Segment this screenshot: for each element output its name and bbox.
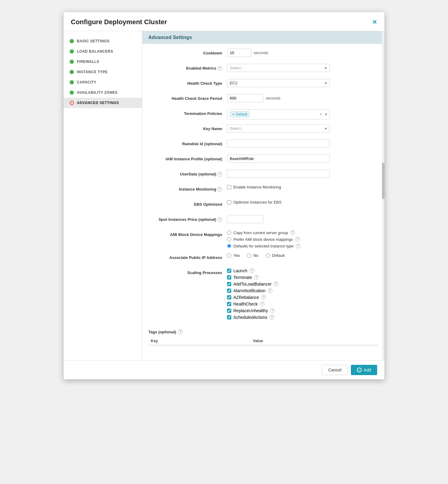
sidebar-item-availability-zones[interactable]: AVAILABILITY ZONES	[64, 87, 142, 98]
ami-block-defaults-text: Defaults for selected instance type	[233, 244, 294, 248]
scaling-launch-row: Launch ?	[227, 268, 278, 273]
health-check-type-label: Health Check Type	[148, 79, 227, 86]
termination-policies-label: Termination Policies	[148, 109, 227, 116]
ami-block-defaults-radio[interactable]	[227, 244, 231, 248]
tags-empty-row	[148, 345, 378, 354]
cancel-button[interactable]: Cancel	[322, 365, 348, 375]
scrollbar-thumb[interactable]	[382, 163, 384, 199]
tags-help-icon[interactable]: ?	[178, 329, 183, 334]
iam-profile-input[interactable]	[227, 155, 330, 163]
sidebar-item-instance-type[interactable]: INSTANCE TYPE	[64, 67, 142, 77]
associate-public-ip-default-radio[interactable]	[266, 253, 270, 258]
sidebar-item-firewalls[interactable]: FIREWALLS	[64, 57, 142, 67]
scaling-healthcheck-checkbox[interactable]	[227, 302, 231, 306]
modal-header: Configure Deployment Cluster ✕	[64, 12, 384, 31]
scaling-launch-help-icon[interactable]: ?	[249, 268, 254, 273]
ami-block-copy-label[interactable]: Copy from current server group ?	[227, 230, 301, 235]
scaling-azrebalance-label: AZRebalance	[233, 295, 259, 300]
health-check-type-row: Health Check Type EC2 ELB ▼	[148, 79, 378, 89]
associate-public-ip-row: Associate Public IP Address Yes No	[148, 253, 378, 263]
key-name-row: Key Name Select... ▼	[148, 124, 378, 135]
ami-block-prefer-radio[interactable]	[227, 237, 231, 241]
enabled-metrics-select[interactable]: Select...	[227, 64, 330, 72]
termination-tag-remove-icon[interactable]: ✕	[232, 113, 235, 116]
status-dot-az	[70, 90, 74, 95]
instance-monitoring-checkbox-text: Enable Instance Monitoring	[233, 185, 281, 189]
termination-arrow-icon: ▼	[324, 113, 328, 116]
scaling-scheduledactions-label: ScheduledActions	[233, 315, 267, 320]
termination-clear-icon[interactable]: ✕	[319, 112, 322, 116]
scaling-launch-checkbox[interactable]	[227, 269, 231, 273]
ebs-optimized-checkbox[interactable]	[227, 200, 231, 204]
ramdisk-id-input[interactable]	[227, 139, 330, 148]
ami-block-copy-text: Copy from current server group	[233, 231, 288, 235]
scaling-replaceunhealthy-checkbox[interactable]	[227, 309, 231, 313]
associate-public-ip-no-label[interactable]: No	[247, 253, 259, 258]
scaling-addtolb-checkbox[interactable]	[227, 282, 231, 286]
sidebar-item-capacity[interactable]: CAPACITY	[64, 77, 142, 87]
ami-block-prefer-text: Prefer AMI block device mappings	[233, 237, 293, 242]
cooldown-label: Cooldown	[148, 49, 227, 55]
add-button-label: Add	[364, 368, 371, 372]
spot-instances-price-input[interactable]	[227, 215, 263, 223]
ami-block-defaults-label[interactable]: Defaults for selected instance type ?	[227, 244, 301, 248]
termination-policies-wrapper[interactable]: ✕ Default ✕ ▼	[227, 109, 330, 119]
ami-block-prefer-label[interactable]: Prefer AMI block device mappings ?	[227, 237, 301, 242]
scaling-scheduledactions-checkbox[interactable]	[227, 315, 231, 319]
scaling-healthcheck-help-icon[interactable]: ?	[260, 302, 265, 306]
enabled-metrics-control: Select... ▼	[227, 64, 378, 72]
cooldown-input[interactable]	[227, 49, 251, 57]
key-name-select[interactable]: Select...	[227, 124, 330, 132]
ramdisk-id-label: Ramdisk Id (optional)	[148, 139, 227, 146]
close-button[interactable]: ✕	[372, 19, 377, 25]
ramdisk-id-row: Ramdisk Id (optional)	[148, 139, 378, 150]
spot-instances-price-control	[227, 215, 378, 223]
scaling-alarmnotification-checkbox[interactable]	[227, 289, 231, 293]
associate-public-ip-default-text: Default	[272, 253, 285, 258]
scaling-terminate-help-icon[interactable]: ?	[254, 275, 259, 280]
ami-block-copy-help-icon[interactable]: ?	[290, 230, 295, 235]
add-button[interactable]: ✓ Add	[351, 365, 377, 375]
sidebar-item-load-balancers[interactable]: LOAD BALANCERS	[64, 46, 142, 57]
tags-label: Tags (optional)	[148, 330, 176, 334]
scaling-azrebalance-checkbox[interactable]	[227, 295, 231, 299]
scaling-alarmnotification-help-icon[interactable]: ?	[268, 288, 272, 293]
scaling-azrebalance-help-icon[interactable]: ?	[261, 295, 266, 300]
scaling-replaceunhealthy-help-icon[interactable]: ?	[270, 308, 275, 313]
sidebar-label-capacity: CAPACITY	[77, 80, 96, 84]
modal-body: BASIC SETTINGS LOAD BALANCERS FIREWALLS …	[64, 31, 384, 360]
associate-public-ip-yes-label[interactable]: Yes	[227, 253, 240, 258]
ami-block-prefer-help-icon[interactable]: ?	[295, 237, 300, 242]
health-check-type-select[interactable]: EC2 ELB	[227, 79, 330, 87]
scaling-terminate-checkbox[interactable]	[227, 275, 231, 280]
scaling-scheduledactions-help-icon[interactable]: ?	[269, 315, 274, 320]
associate-public-ip-no-radio[interactable]	[247, 253, 251, 258]
ami-block-device-row: AMI Block Device Mappings Copy from curr…	[148, 230, 378, 248]
scaling-azrebalance-row: AZRebalance ?	[227, 295, 278, 300]
user-data-help-icon[interactable]: ?	[217, 172, 222, 177]
health-check-grace-period-input[interactable]	[227, 94, 263, 102]
user-data-input[interactable]	[227, 170, 330, 178]
enabled-metrics-help-icon[interactable]: ?	[217, 66, 222, 71]
scaling-alarmnotification-label: AlarmNotification	[233, 288, 265, 293]
ami-block-defaults-help-icon[interactable]: ?	[296, 244, 301, 248]
associate-public-ip-default-label[interactable]: Default	[266, 253, 285, 258]
spot-instances-help-icon[interactable]: ?	[217, 217, 222, 222]
key-name-label: Key Name	[148, 124, 227, 131]
instance-monitoring-checkbox-label[interactable]: Enable Instance Monitoring	[227, 185, 281, 189]
ami-block-copy-radio[interactable]	[227, 231, 231, 235]
scrollbar-track	[382, 31, 384, 360]
enabled-metrics-label: Enabled Metrics ?	[148, 64, 227, 71]
termination-tag-default: ✕ Default	[230, 111, 249, 117]
sidebar-item-basic-settings[interactable]: BASIC SETTINGS	[64, 36, 142, 46]
sidebar-item-advanced-settings[interactable]: ADVANCED SETTINGS	[64, 98, 142, 108]
ebs-optimized-checkbox-label[interactable]: Optimize Instances for EBS	[227, 200, 282, 204]
ami-block-device-radio-group: Copy from current server group ? Prefer …	[227, 230, 301, 248]
instance-monitoring-help-icon[interactable]: ?	[217, 187, 222, 192]
scaling-healthcheck-label: HealthCheck	[233, 302, 258, 306]
ebs-optimized-checkbox-text: Optimize Instances for EBS	[233, 200, 282, 204]
associate-public-ip-yes-radio[interactable]	[227, 253, 231, 258]
health-check-grace-period-row: Health Check Grace Period seconds	[148, 94, 378, 104]
scaling-addtolb-help-icon[interactable]: ?	[274, 282, 278, 286]
instance-monitoring-checkbox[interactable]	[227, 185, 231, 189]
